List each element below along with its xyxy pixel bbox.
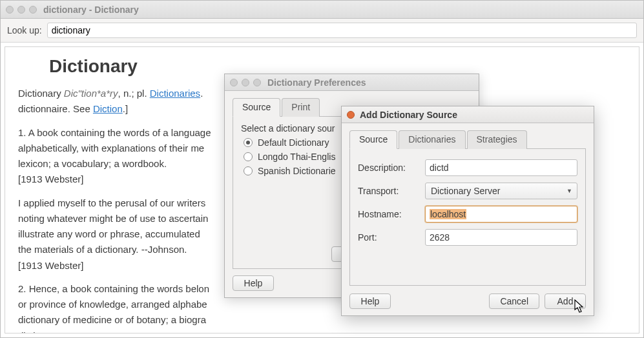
lookup-label: Look up: bbox=[7, 25, 42, 35]
radio-icon[interactable] bbox=[244, 166, 253, 175]
etymon-link[interactable]: Diction bbox=[93, 103, 123, 114]
tab-dictionaries[interactable]: Dictionaries bbox=[399, 130, 465, 149]
add-source-dialog: Add Dictionary Source Source Dictionarie… bbox=[341, 106, 594, 316]
transport-value: Dictionary Server bbox=[431, 186, 500, 196]
hostname-label: Hostname: bbox=[358, 209, 420, 219]
add-source-help-button[interactable]: Help bbox=[349, 293, 391, 309]
source-option-label: Spanish Dictionarie bbox=[258, 166, 336, 176]
tab-source[interactable]: Source bbox=[233, 98, 280, 117]
add-source-tabs: Source Dictionaries Strategies bbox=[349, 130, 586, 149]
port-label: Port: bbox=[358, 232, 420, 243]
close-icon[interactable] bbox=[6, 6, 14, 14]
close-icon[interactable] bbox=[230, 79, 238, 86]
minimize-icon[interactable] bbox=[17, 6, 25, 14]
add-source-titlebar: Add Dictionary Source bbox=[342, 106, 594, 123]
preferences-titlebar: Dictionary Preferences bbox=[225, 74, 479, 91]
hostname-input[interactable]: localhost bbox=[425, 206, 577, 223]
plural-link[interactable]: Dictionaries bbox=[150, 88, 200, 99]
source-option-label: Longdo Thai-Englis bbox=[258, 152, 335, 162]
window-title: dictionary - Dictionary bbox=[43, 5, 139, 15]
port-input[interactable]: 2628 bbox=[425, 229, 577, 246]
radio-icon[interactable] bbox=[244, 138, 253, 147]
pos: , n.; pl. bbox=[118, 88, 150, 99]
pron-head: Dictionary bbox=[18, 88, 61, 99]
description-input[interactable]: dictd bbox=[425, 159, 577, 176]
window-controls[interactable] bbox=[230, 79, 261, 86]
pronunciation: Dic"tion*a*ry bbox=[64, 88, 118, 99]
radio-icon[interactable] bbox=[244, 152, 253, 161]
transport-label: Transport: bbox=[358, 186, 420, 196]
cancel-button[interactable]: Cancel bbox=[489, 293, 539, 309]
add-button[interactable]: Add bbox=[545, 293, 586, 309]
preferences-title: Dictionary Preferences bbox=[267, 77, 366, 88]
description-label: Description: bbox=[358, 163, 420, 173]
minimize-icon[interactable] bbox=[242, 79, 249, 86]
main-titlebar: dictionary - Dictionary bbox=[1, 1, 643, 19]
tab-print[interactable]: Print bbox=[282, 98, 320, 117]
tab-source[interactable]: Source bbox=[349, 130, 397, 149]
add-source-title: Add Dictionary Source bbox=[360, 110, 457, 120]
lookup-input[interactable] bbox=[47, 23, 637, 38]
transport-combo[interactable]: Dictionary Server bbox=[425, 183, 577, 199]
close-icon[interactable] bbox=[347, 111, 355, 119]
maximize-icon[interactable] bbox=[29, 6, 37, 14]
lookup-bar: Look up: bbox=[1, 19, 643, 43]
tab-strategies[interactable]: Strategies bbox=[467, 130, 527, 149]
maximize-icon[interactable] bbox=[253, 79, 261, 86]
prefs-help-button[interactable]: Help bbox=[233, 275, 274, 291]
window-controls[interactable] bbox=[6, 6, 37, 14]
source-option-label: Default Dictionary bbox=[258, 137, 329, 148]
